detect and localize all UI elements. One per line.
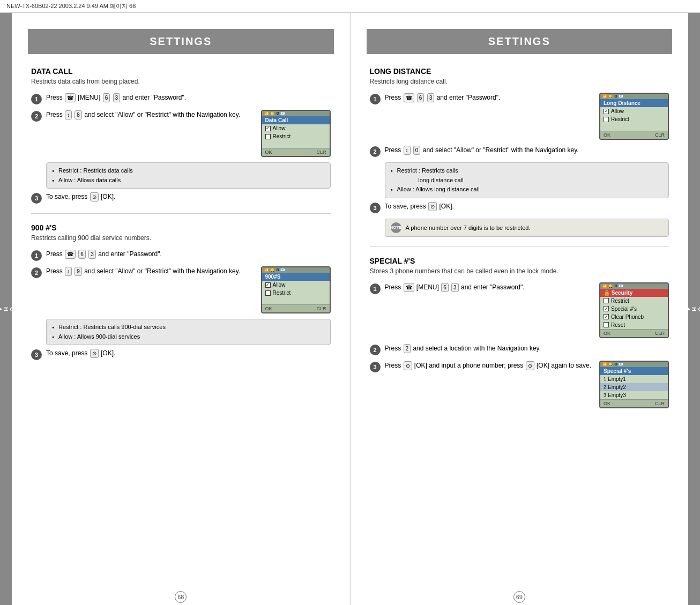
checkbox-allow [265, 126, 271, 131]
top-bar: NEW-TX-60B02-22 2003.2.24 9:49 AM 페이지 68 [0, 0, 700, 13]
step-num-2: 2 [31, 111, 42, 122]
note-text: A phone number over 7 digits is to be re… [406, 225, 531, 231]
step-num-1: 1 [31, 94, 42, 104]
ch-tab-right: C H 4 [688, 13, 700, 605]
long-distance-title: LONG DISTANCE [370, 67, 669, 76]
data-call-step1-text: Press ☎ [MENU] 6 3 and enter "Password". [46, 93, 186, 102]
special-step1: 1 Press ☎ [MENU] 6 3 and enter "Password… [370, 282, 669, 338]
long-distance-bullets: Restrict : Restricts calls long distance… [385, 162, 669, 198]
left-page-header: SETTINGS [28, 29, 334, 54]
checkbox-restrict [265, 134, 271, 139]
security-screen: 📶🔔 ⚙📧 🔒 Security Restrict Special #'s Cl… [599, 282, 669, 338]
right-page: SETTINGS LONG DISTANCE Restricts long di… [351, 13, 689, 605]
left-page-footer: 68 [12, 586, 350, 605]
nine-hundreds-bullets: Restrict : Restricts calls 900-dial serv… [46, 319, 331, 345]
nine-hundreds-desc: Restricts calling 900 dial service numbe… [31, 234, 331, 242]
data-call-step2: 2 Press ↕ 8 and select "Allow" or "Restr… [31, 110, 331, 157]
left-page: SETTINGS DATA CALL Restricts data calls … [12, 13, 350, 605]
screen-title-long-dist: Long Distance [600, 99, 668, 107]
data-call-title: DATA CALL [31, 67, 331, 76]
data-call-section: DATA CALL Restricts data calls from bein… [31, 67, 331, 204]
special-numbers-section: SPECIAL #'S Stores 3 phone numbers that … [370, 257, 669, 408]
data-call-step3-text: To save, press ⊙ [OK]. [46, 192, 115, 201]
nine-hundreds-step3: 3 To save, press ⊙ [OK]. [31, 348, 331, 360]
note-icon: NOTE [391, 222, 401, 233]
right-page-body: LONG DISTANCE Restricts long distance ca… [351, 54, 689, 586]
special-step3: 3 Press ⊙ [OK] and input a phone number;… [370, 361, 669, 408]
section-sep-2 [370, 247, 669, 247]
key-6: 6 [103, 93, 110, 102]
top-bar-text: NEW-TX-60B02-22 2003.2.24 9:49 AM 페이지 68 [6, 2, 136, 10]
key-3: 3 [113, 93, 121, 102]
long-distance-step3: 3 To save, press ⊙ [OK]. [370, 201, 669, 213]
long-distance-step2: 2 Press ↕ 0 and select "Allow" or "Restr… [370, 145, 669, 157]
nine-hundreds-step1: 1 Press ☎ 6 3 and enter "Password". [31, 249, 331, 261]
screen-item-restrict: Restrict [262, 132, 330, 140]
special-numbers-title: SPECIAL #'S [370, 257, 669, 265]
left-page-body: DATA CALL Restricts data calls from bein… [12, 54, 350, 586]
long-distance-screen: 📶🔔 ⚙📧 Long Distance Allow Restrict OK [599, 93, 669, 140]
screen-status-bar-2: 📶🔔 ⚙📧 [262, 267, 330, 273]
screen-ld-allow: Allow [600, 107, 668, 115]
screen-900-restrict: Restrict [262, 289, 330, 297]
special-step2: 2 Press 2 and select a location with the… [370, 343, 669, 355]
screen-status-bar: 📶🔔 ⚙📧 [262, 111, 330, 116]
nine-hundreds-screen: 📶🔔 ⚙📧 900#S Allow Restrict OK [261, 266, 331, 313]
screen-title-special: Special #'s [600, 367, 668, 375]
long-distance-step1: 1 Press ☎ 6 3 and enter "Password". 📶🔔 ⚙… [370, 93, 669, 140]
step-num-3: 3 [31, 193, 42, 204]
right-page-header: SETTINGS [367, 29, 673, 54]
data-call-desc: Restricts data calls from being placed. [31, 78, 331, 85]
special-numbers-desc: Stores 3 phone numbers that can be calle… [370, 267, 669, 275]
data-call-screen: 📶🔔 ⚙📧 Data Call Allow Restrict [261, 110, 331, 157]
screen-title-data-call: Data Call [262, 116, 330, 124]
section-sep-1 [31, 213, 331, 214]
data-call-step2-text: Press ↕ 8 and select "Allow" or "Restric… [46, 110, 256, 119]
screen-ld-restrict: Restrict [600, 115, 668, 123]
long-distance-desc: Restricts long distance call. [370, 78, 669, 85]
menu-key: ☎ [65, 93, 76, 102]
right-page-footer: 69 [351, 586, 689, 605]
screen-900-allow: Allow [262, 281, 330, 289]
screen-footer: OK CLR [262, 148, 330, 156]
long-distance-section: LONG DISTANCE Restricts long distance ca… [370, 67, 669, 237]
nine-hundreds-section: 900 #'S Restricts calling 900 dial servi… [31, 223, 331, 360]
right-page-number: 69 [513, 591, 525, 603]
screen-title-security: 🔒 Security [600, 289, 668, 297]
special-numbers-screen: 📶🔔 ⚙📧 Special #'s 1Empty1 2Empty2 3Empty… [599, 361, 669, 408]
ch-tab-left: C H 4 [0, 13, 12, 605]
nine-hundreds-step2: 2 Press ↕ 9 and select "Allow" or "Restr… [31, 266, 331, 313]
long-distance-note: NOTE A phone number over 7 digits is to … [385, 219, 669, 237]
data-call-bullets: Restrict : Restricts data calls Allow : … [46, 162, 331, 189]
data-call-step1: 1 Press ☎ [MENU] 6 3 and enter "Password… [31, 93, 331, 104]
data-call-step3: 3 To save, press ⊙ [OK]. [31, 192, 331, 204]
left-page-number: 68 [175, 591, 187, 603]
screen-title-900: 900#S [262, 273, 330, 281]
screen-item-allow: Allow [262, 124, 330, 132]
nine-hundreds-title: 900 #'S [31, 223, 331, 232]
